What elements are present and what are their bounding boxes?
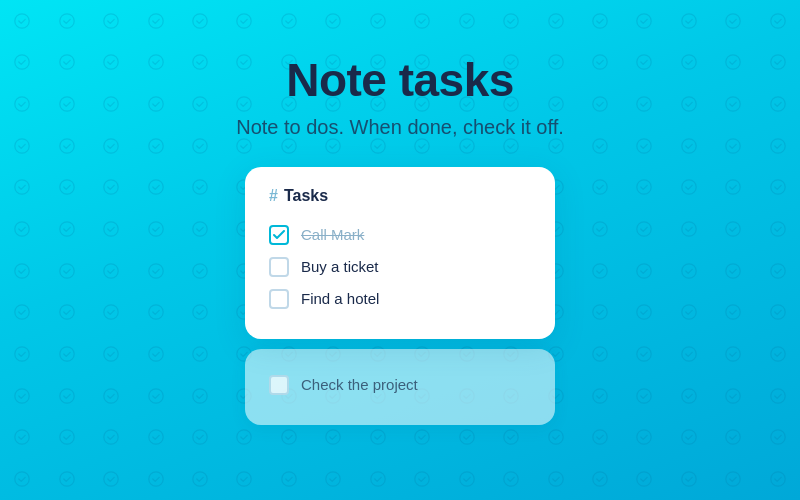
svg-point-14 bbox=[637, 14, 651, 28]
svg-point-10 bbox=[459, 14, 473, 28]
svg-point-163 bbox=[59, 389, 73, 403]
pattern-check-icon bbox=[400, 0, 444, 42]
pattern-check-icon bbox=[222, 458, 266, 500]
svg-point-128 bbox=[104, 305, 118, 319]
pattern-check-icon bbox=[89, 333, 133, 375]
svg-point-67 bbox=[593, 139, 607, 153]
pattern-check-icon bbox=[356, 0, 400, 42]
pattern-check-icon bbox=[89, 375, 133, 417]
svg-point-179 bbox=[771, 389, 785, 403]
svg-point-51 bbox=[682, 97, 696, 111]
checkbox-1[interactable] bbox=[269, 225, 289, 245]
svg-point-190 bbox=[459, 430, 473, 444]
svg-point-91 bbox=[59, 222, 73, 236]
svg-point-18 bbox=[15, 55, 29, 69]
pattern-check-icon bbox=[667, 417, 711, 459]
pattern-check-icon bbox=[0, 42, 44, 84]
svg-point-9 bbox=[415, 14, 429, 28]
svg-point-211 bbox=[593, 472, 607, 486]
svg-point-160 bbox=[726, 347, 740, 361]
pattern-check-icon bbox=[178, 250, 222, 292]
pattern-check-icon bbox=[133, 250, 177, 292]
pattern-check-icon bbox=[44, 42, 88, 84]
svg-point-188 bbox=[371, 430, 385, 444]
pattern-check-icon bbox=[0, 333, 44, 375]
pattern-check-icon bbox=[400, 458, 444, 500]
task-item-1: Call Mark bbox=[269, 219, 531, 251]
svg-point-121 bbox=[593, 264, 607, 278]
pattern-check-icon bbox=[222, 0, 266, 42]
svg-point-182 bbox=[104, 430, 118, 444]
pattern-check-icon bbox=[667, 167, 711, 209]
pattern-check-icon bbox=[711, 167, 755, 209]
checkbox-4[interactable] bbox=[269, 375, 289, 395]
svg-point-86 bbox=[637, 180, 651, 194]
svg-point-7 bbox=[326, 14, 340, 28]
svg-point-139 bbox=[593, 305, 607, 319]
pattern-check-icon bbox=[178, 292, 222, 334]
svg-point-180 bbox=[15, 430, 29, 444]
svg-point-129 bbox=[148, 305, 162, 319]
pattern-check-icon bbox=[578, 208, 622, 250]
svg-point-176 bbox=[637, 389, 651, 403]
pattern-check-icon bbox=[622, 458, 666, 500]
pattern-check-icon bbox=[0, 125, 44, 167]
pattern-check-icon bbox=[0, 458, 44, 500]
pattern-check-icon bbox=[756, 333, 800, 375]
pattern-check-icon bbox=[622, 208, 666, 250]
pattern-check-icon bbox=[89, 250, 133, 292]
pattern-check-icon bbox=[133, 375, 177, 417]
pattern-check-icon bbox=[756, 125, 800, 167]
task-item-3: Find a hotel bbox=[269, 283, 531, 315]
pattern-check-icon bbox=[667, 333, 711, 375]
pattern-check-icon bbox=[622, 417, 666, 459]
svg-point-144 bbox=[15, 347, 29, 361]
pattern-check-icon bbox=[89, 208, 133, 250]
svg-point-34 bbox=[726, 55, 740, 69]
pattern-check-icon bbox=[133, 292, 177, 334]
pattern-check-icon bbox=[578, 125, 622, 167]
task-label-2: Buy a ticket bbox=[301, 258, 379, 275]
task-label-4: Check the project bbox=[301, 376, 418, 393]
pattern-check-icon bbox=[0, 375, 44, 417]
svg-point-40 bbox=[193, 97, 207, 111]
pattern-check-icon bbox=[578, 167, 622, 209]
pattern-check-icon bbox=[578, 250, 622, 292]
pattern-check-icon bbox=[311, 458, 355, 500]
svg-point-22 bbox=[193, 55, 207, 69]
pattern-check-icon bbox=[44, 167, 88, 209]
svg-point-20 bbox=[104, 55, 118, 69]
svg-point-108 bbox=[15, 264, 29, 278]
svg-point-106 bbox=[726, 222, 740, 236]
svg-point-73 bbox=[59, 180, 73, 194]
svg-point-214 bbox=[726, 472, 740, 486]
svg-point-75 bbox=[148, 180, 162, 194]
pattern-check-icon bbox=[533, 0, 577, 42]
svg-point-36 bbox=[15, 97, 29, 111]
pattern-check-icon bbox=[356, 458, 400, 500]
svg-point-186 bbox=[282, 430, 296, 444]
checkbox-3[interactable] bbox=[269, 289, 289, 309]
svg-point-2 bbox=[104, 14, 118, 28]
pattern-check-icon bbox=[44, 0, 88, 42]
pattern-check-icon bbox=[711, 0, 755, 42]
svg-point-55 bbox=[59, 139, 73, 153]
svg-point-19 bbox=[59, 55, 73, 69]
pattern-check-icon bbox=[133, 83, 177, 125]
svg-point-66 bbox=[548, 139, 562, 153]
pattern-check-icon bbox=[44, 375, 88, 417]
svg-point-206 bbox=[371, 472, 385, 486]
pattern-check-icon bbox=[178, 167, 222, 209]
checkbox-2[interactable] bbox=[269, 257, 289, 277]
pattern-check-icon bbox=[178, 417, 222, 459]
svg-point-109 bbox=[59, 264, 73, 278]
pattern-check-icon bbox=[89, 83, 133, 125]
pattern-check-icon bbox=[711, 83, 755, 125]
svg-point-210 bbox=[548, 472, 562, 486]
svg-point-32 bbox=[637, 55, 651, 69]
hash-icon: # bbox=[269, 187, 278, 205]
pattern-check-icon bbox=[667, 125, 711, 167]
svg-point-62 bbox=[371, 139, 385, 153]
svg-point-56 bbox=[104, 139, 118, 153]
svg-point-178 bbox=[726, 389, 740, 403]
